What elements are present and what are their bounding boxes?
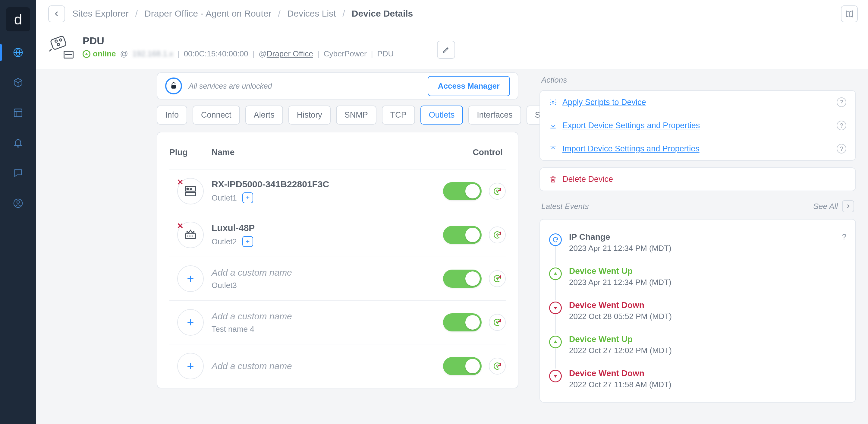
breadcrumb-item[interactable]: Devices List: [287, 8, 336, 19]
nav-bell-icon[interactable]: [12, 137, 24, 149]
download-icon: [549, 122, 557, 129]
action-export[interactable]: Export Device Settings and Properties: [562, 121, 700, 130]
plug-device-icon[interactable]: ✕: [177, 178, 204, 205]
device-title: PDU: [83, 35, 394, 47]
tab-tcp[interactable]: TCP: [382, 105, 415, 125]
outlet-row: ✕ Luxul-48P Outlet2+: [169, 213, 506, 256]
tab-snmp[interactable]: SNMP: [336, 105, 376, 125]
tab-alerts[interactable]: Alerts: [245, 105, 283, 125]
gear-icon: [549, 98, 557, 106]
add-tag-button[interactable]: +: [242, 192, 253, 203]
tab-outlets[interactable]: Outlets: [421, 105, 463, 125]
outlet-row: + Add a custom name Outlet3: [169, 256, 506, 300]
outlet-toggle[interactable]: [443, 270, 482, 288]
device-type: PDU: [377, 49, 394, 59]
event-row: IP Change 2023 Apr 21 12:34 PM (MDT) ?: [549, 225, 846, 260]
chevron-left-icon: [53, 10, 60, 18]
event-time: 2022 Oct 27 11:58 AM (MDT): [569, 380, 672, 389]
add-plug-button[interactable]: +: [177, 309, 204, 336]
delete-card: Delete Device: [539, 168, 856, 191]
unlock-icon: [165, 78, 182, 94]
nav-cube-icon[interactable]: [12, 77, 24, 89]
access-manager-button[interactable]: Access Manager: [428, 76, 510, 96]
services-message: All services are unlocked: [189, 82, 272, 90]
power-cycle-button[interactable]: [489, 226, 506, 243]
remove-plug-icon[interactable]: ✕: [175, 220, 186, 231]
tab-info[interactable]: Info: [157, 105, 187, 125]
power-cycle-button[interactable]: [489, 314, 506, 331]
action-delete[interactable]: Delete Device: [562, 175, 613, 184]
help-icon[interactable]: ?: [837, 144, 846, 153]
arrow-down-circle-icon: [549, 302, 562, 314]
see-all-link[interactable]: See All: [813, 200, 854, 212]
outlet-row: + Add a custom name Test name 4: [169, 300, 506, 344]
event-time: 2023 Apr 21 12:34 PM (MDT): [569, 278, 672, 287]
nav-message-icon[interactable]: [12, 167, 24, 179]
event-time: 2022 Oct 27 12:02 PM (MDT): [569, 346, 672, 355]
device-mac: 00:0C:15:40:00:00: [184, 49, 248, 59]
outlet-name-placeholder[interactable]: Add a custom name: [212, 311, 430, 322]
svg-point-7: [57, 43, 60, 46]
add-plug-button[interactable]: +: [177, 265, 204, 292]
event-title: Device Went Down: [569, 300, 672, 310]
arrow-down-circle-icon: [549, 370, 562, 383]
event-time: 2023 Apr 21 12:34 PM (MDT): [569, 244, 672, 253]
pencil-icon: [442, 46, 450, 54]
event-title: IP Change: [569, 232, 672, 242]
tab-interfaces[interactable]: Interfaces: [468, 105, 521, 125]
breadcrumb-item[interactable]: Sites Explorer: [72, 8, 129, 19]
breadcrumb-item[interactable]: Draper Office - Agent on Router: [144, 8, 271, 19]
plug-device-icon[interactable]: ✕: [177, 222, 204, 248]
book-icon: [845, 9, 854, 19]
event-row: Device Went Down 2022 Oct 27 11:58 AM (M…: [549, 362, 846, 396]
power-cycle-button[interactable]: [489, 183, 506, 200]
chevron-right-icon: [842, 200, 854, 212]
docs-button[interactable]: [841, 5, 858, 22]
trash-icon: [549, 176, 557, 183]
nav-sites-icon[interactable]: [12, 47, 24, 59]
actions-card: Apply Scripts to Device ? Export Device …: [539, 90, 856, 161]
col-header-name: Name: [212, 148, 430, 157]
event-title: Device Went Up: [569, 334, 672, 344]
at-symbol: @: [120, 49, 128, 59]
device-vendor: CyberPower: [324, 49, 367, 59]
event-row: Device Went Up 2023 Apr 21 12:34 PM (MDT…: [549, 260, 846, 294]
help-icon[interactable]: ?: [837, 97, 846, 107]
tab-connect[interactable]: Connect: [193, 105, 240, 125]
outlet-toggle[interactable]: [443, 226, 482, 244]
event-title: Device Went Down: [569, 368, 672, 378]
breadcrumb-sep: /: [343, 8, 345, 19]
tab-history[interactable]: History: [288, 105, 331, 125]
power-cycle-button[interactable]: [489, 358, 506, 374]
outlet-toggle[interactable]: [443, 357, 482, 375]
help-icon[interactable]: ?: [837, 121, 846, 130]
add-plug-button[interactable]: +: [177, 353, 204, 380]
site-link[interactable]: Draper Office: [267, 49, 313, 58]
col-header-control: Control: [430, 148, 506, 157]
outlet-row: ✕ RX-IPD5000-341B22801F3C Outlet1+: [169, 169, 506, 213]
action-import[interactable]: Import Device Settings and Properties: [562, 144, 700, 153]
event-row: Device Went Down 2022 Oct 28 05:52 PM (M…: [549, 294, 846, 328]
app-logo[interactable]: d: [6, 7, 30, 31]
events-title: Latest Events: [541, 202, 589, 211]
outlet-name-placeholder[interactable]: Add a custom name: [212, 361, 430, 371]
power-cycle-button[interactable]: [489, 270, 506, 287]
outlet-name: RX-IPD5000-341B22801F3C: [212, 179, 430, 189]
add-tag-button[interactable]: +: [242, 236, 253, 247]
actions-title: Actions: [541, 75, 856, 85]
breadcrumb-sep: /: [278, 8, 280, 19]
outlet-toggle[interactable]: [443, 313, 482, 331]
outlet-sub: Outlet1: [212, 193, 237, 203]
nav-account-icon[interactable]: [12, 197, 24, 209]
event-help[interactable]: ?: [842, 232, 846, 253]
remove-plug-icon[interactable]: ✕: [175, 177, 186, 188]
nav-dashboard-icon[interactable]: [12, 107, 24, 119]
status-text: online: [93, 49, 116, 59]
back-button[interactable]: [48, 5, 65, 22]
svg-point-6: [60, 39, 62, 41]
edit-button[interactable]: [437, 41, 455, 59]
action-apply-scripts[interactable]: Apply Scripts to Device: [562, 98, 646, 107]
outlet-name-placeholder[interactable]: Add a custom name: [212, 268, 430, 278]
device-header: PDU online @ 192.168.1.x | 00:0C:15:40:0…: [48, 33, 394, 60]
outlet-toggle[interactable]: [443, 182, 482, 200]
